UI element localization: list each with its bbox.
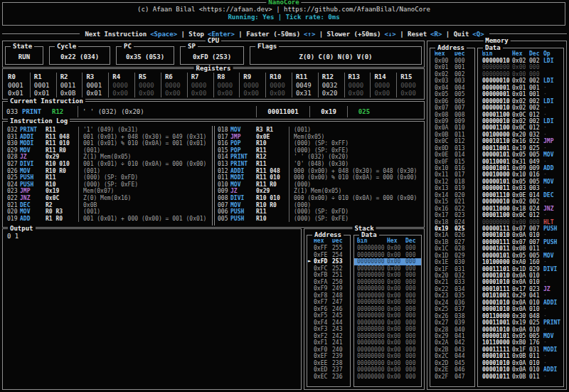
stack-value-dec: 000 [405,299,420,306]
memory-address-row: 0x06 006 [430,98,474,105]
log-row: 014 PRINT R12 ' ' (032) (0x20) [215,154,422,161]
log-row-number: 019 [4,216,20,223]
instruction-log-columns: 032 PRINT R11 '1' (049) (0x31) 031 ADDI … [4,126,422,226]
stack-data-row: 00000000 0x00 000 [354,333,421,340]
copyright-line: (c) Afaan Bilal <https://afaan.dev> | ht… [3,6,565,13]
menu-item[interactable]: Slower (+50ms)<↓> [315,31,395,38]
memory-value-op: · [543,353,563,359]
memory-value-dec: 025 [529,319,543,326]
memory-address-hex: 0x00 [435,58,454,64]
memory-address-row: 0x25 037 [430,306,474,312]
register-cell: R0 0001 0x01 [4,73,31,97]
stack-value-bin: 00000000 [357,306,387,313]
log-row: 032 PRINT R11 '1' (049) (0x31) [4,127,212,134]
register-dec-value: 0000 [165,82,187,90]
memory-address-dec: 005 [454,91,464,97]
memory-value-bin: 00110001 [482,159,512,165]
stack-address-dec: 249 [332,285,342,292]
memory-address-dec: 032 [454,272,464,279]
memory-data-row: 00110000 0x30 048 · [478,313,563,319]
memory-value-hex: 0x0C [512,125,529,131]
memory-value-op: · [543,292,563,299]
log-row-detail: 001 (0x01) + 000 (0x00) = 001 (0x01) [83,216,212,223]
memory-value-op: PUSH [543,226,563,232]
register-dec-value: 0000 [139,82,161,90]
memory-address-row: 0x19 025 [430,226,474,232]
instruction-mnemonic: PRINT [22,108,52,115]
log-row-operands: R11 R0 [256,181,289,189]
memory-value-op: JZ [543,286,563,292]
menu-item[interactable]: Reset<R> [396,31,442,38]
divider [289,174,289,181]
memory-address-dec: 020 [454,192,464,198]
register-name: R0 [8,73,30,82]
log-row-operands: R10 010 [46,161,78,168]
menu-item-label: Quit [454,31,469,38]
log-row-detail: (000) (SP: 0xFD) [83,174,212,181]
menu-item-label: Next Instruction [85,31,147,38]
memory-data-row: 00000101 0x05 005 MOV [478,253,563,259]
divider [289,127,289,134]
memory-address-dec: 046 [454,366,464,373]
memory-value-hex: 0x07 [512,226,529,232]
log-row-number: 028 [4,154,20,161]
status-line: Running: Yes | Tick rate: 0ms [3,14,565,21]
log-row-mnemonic: DIVI [230,195,256,202]
memory-value-dec: 007 [529,239,543,245]
memory-address-row: 0x07 007 [430,105,474,111]
memory-value-op: · [543,185,563,191]
memory-address-row: 0x0A 010 [430,125,474,131]
register-name: R11 [296,73,318,82]
log-row-operands: R0 R3 [46,208,78,216]
memory-data-row: 00000101 0x05 005 MOV [478,179,563,185]
memory-value-dec: 011 [529,353,543,359]
stack-value-bin: 00000000 [357,245,387,252]
memory-data-row: 00101001 0x29 041 · [478,292,563,299]
memory-address-row: 0x0F 015 [430,159,474,165]
memory-address-row: 0x12 018 [430,179,474,185]
memory-value-op: ADDI [543,300,563,306]
memory-address-dec: 001 [454,64,464,70]
register-name: R10 [270,73,292,82]
memory-address-row: 0x02 002 [430,71,474,78]
log-row: 016 POP R10 (000) (SP: 0xFF) [215,140,422,147]
memory-address-row: 0x11 017 [430,171,474,178]
menu-item[interactable]: Quit<Q> [442,31,484,38]
log-row-detail: Mem(0x07) [83,188,212,195]
memory-value-hex: 0x0A [512,232,529,238]
memory-value-op: · [543,145,563,152]
menu-item[interactable]: Faster (-50ms)<↑> [235,31,315,38]
stack-value-dec: 000 [405,346,420,354]
memory-value-hex: 0x16 [512,138,529,144]
menu-item[interactable]: Next Instruction<Space> [85,31,177,38]
memory-value-dec: 041 [529,292,543,299]
stack-address-dec: 239 [332,353,342,360]
register-cell: R3 0001 0x01 [83,73,109,97]
cpu-state-box: State RUN [5,46,43,65]
memory-address-hex: 0x03 [435,78,454,84]
menu-item[interactable]: Stop<Enter> [177,31,235,38]
memory-value-dec: 005 [529,253,543,259]
divider [289,195,289,202]
menu-item-key: <Space> [150,31,177,38]
log-row: 026 MOV R10 R0 (001) [4,168,212,175]
register-cell: R10 0000 0x00 [266,73,292,97]
log-row-number: 011 [215,174,230,181]
register-hex-value: 0x00 [139,90,161,98]
memory-value-dec: 010 [529,327,543,333]
stack-address-hex: 0xF5 [314,312,332,319]
stack-data-row: 00000000 0x00 000 [354,353,421,360]
log-row-operands: R11 010 [46,140,78,147]
memory-data-row: 00001010 0x0A 010 · [478,360,563,366]
stack-data-row: 00000000 0x00 000 [354,279,421,286]
stack-data-row: 00000000 0x00 000 [354,319,421,327]
memory-value-bin: 10110000 [482,339,512,346]
memory-value-op: MOV [543,253,563,259]
stack-address-row: ► 0xF1 241 [307,339,350,346]
register-cell: R11 0049 0x31 [292,73,319,97]
memory-value-bin: 00010000 [482,171,512,178]
memory-data-row: 00011001 0x19 025 · [478,145,563,152]
log-row-mnemonic: POP [230,140,256,147]
memory-address-dec: 019 [454,185,464,191]
memory-value-dec: 014 [529,192,543,198]
